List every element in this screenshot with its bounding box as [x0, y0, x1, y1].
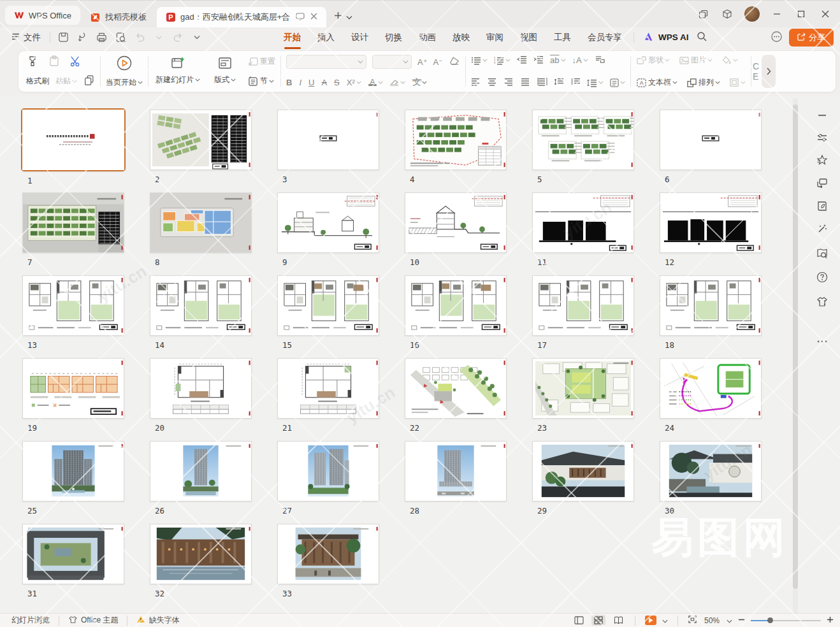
slide-26-preview[interactable] [150, 441, 252, 501]
underline-icon[interactable]: U [308, 78, 314, 87]
theme-clothes-icon[interactable] [815, 294, 829, 308]
template-book-icon[interactable] [815, 199, 829, 213]
play-options-chevron-icon[interactable] [662, 616, 668, 625]
play-from-current-icon[interactable] [116, 55, 133, 73]
slide-25-preview[interactable] [22, 441, 124, 501]
decrease-indent-icon[interactable] [517, 55, 527, 66]
tab-list-chevron-icon[interactable] [346, 11, 352, 22]
play-from-current-label[interactable]: 当页开始 [106, 77, 143, 88]
superscript-icon[interactable]: X² [347, 78, 361, 87]
beautify-wand-icon[interactable] [815, 222, 829, 236]
paragraph-settings-icon[interactable] [610, 78, 625, 87]
copy-icon[interactable] [83, 75, 95, 88]
slide-thumbnail-7[interactable]: 7 [22, 192, 126, 267]
increase-indent-icon[interactable] [533, 55, 544, 66]
slide-thumbnail-13[interactable]: 13 [22, 275, 126, 350]
slide-thumbnail-3[interactable]: 3 [277, 110, 380, 184]
slide-thumbnail-10[interactable]: 10 [405, 192, 508, 267]
slide-32-preview[interactable] [150, 524, 252, 584]
slide-14-preview[interactable] [150, 275, 252, 336]
slide-6-preview[interactable] [660, 110, 762, 170]
find-icon[interactable] [114, 31, 127, 44]
strikethrough-icon[interactable]: S [334, 78, 340, 87]
slide-1-preview[interactable] [21, 108, 126, 171]
ribbon-tab-2[interactable]: 设计 [344, 29, 376, 47]
slide-thumbnail-22[interactable]: 22 [405, 358, 508, 433]
slide-thumbnail-30[interactable]: 30 [660, 441, 763, 515]
ribbon-tab-3[interactable]: 切换 [377, 29, 410, 47]
reading-view-button[interactable] [611, 615, 625, 626]
arrange-button[interactable]: 排列 [686, 77, 720, 88]
layout-button[interactable]: 版式 [212, 55, 238, 88]
slide-13-preview[interactable] [22, 275, 124, 336]
theme-indicator[interactable]: Office 主题 [63, 615, 123, 626]
section-button[interactable]: 节 [248, 76, 275, 87]
share-button[interactable]: 分享 [789, 29, 834, 47]
slide-15-preview[interactable] [277, 275, 379, 336]
align-left-icon[interactable] [471, 77, 481, 88]
slide-sorter-view-button[interactable] [591, 615, 605, 626]
slide-thumbnail-29[interactable]: 29 [532, 441, 635, 515]
slide-thumbnail-15[interactable]: 15 [277, 275, 380, 350]
line-spacing-down-icon[interactable] [570, 77, 581, 88]
new-slide-button[interactable]: 新建幻灯片 [154, 55, 202, 88]
slide-20-preview[interactable] [150, 358, 252, 419]
slide-thumbnail-11[interactable]: 11 [532, 192, 635, 267]
ribbon-tab-9[interactable]: 会员专享 [580, 29, 630, 47]
slide-thumbnail-12[interactable]: 12 [660, 192, 763, 267]
ribbon-expand-button[interactable] [762, 55, 776, 88]
paste-label[interactable]: 粘贴 [55, 76, 77, 87]
zoom-slider-knob[interactable] [767, 617, 773, 623]
file-menu[interactable]: 文件 [6, 32, 46, 43]
pinyin-guide-icon[interactable]: wén文 [412, 76, 428, 88]
slide-thumbnail-20[interactable]: 20 [150, 358, 253, 433]
more-dots-icon[interactable] [815, 335, 829, 349]
tab-wps-office[interactable]: WPS Office [5, 6, 80, 25]
char-spacing-icon[interactable]: ab [550, 55, 565, 65]
ribbon-tab-4[interactable]: 动画 [411, 29, 444, 47]
tab-document[interactable]: P gad：西安融创航天城高层+合 [157, 7, 326, 27]
zoom-out-button[interactable] [738, 616, 745, 625]
fit-window-icon[interactable] [688, 615, 697, 626]
slide-12-preview[interactable] [660, 192, 762, 253]
slide-thumbnail-27[interactable]: 27 [277, 441, 380, 515]
zoom-percent[interactable]: 50% [703, 616, 721, 625]
slide-thumbnail-33[interactable]: 33 [277, 524, 380, 598]
slide-31-preview[interactable] [22, 524, 124, 584]
slide-4-preview[interactable] [405, 110, 507, 170]
highlight-color-icon[interactable] [390, 79, 405, 86]
slide-thumbnail-17[interactable]: 17 [532, 275, 635, 350]
picture-button[interactable]: 图片 [679, 55, 713, 66]
slide-thumbnail-24[interactable]: 24 [660, 358, 763, 433]
slide-convert-icon[interactable] [815, 176, 829, 190]
windows-stack-icon[interactable] [692, 4, 714, 24]
quick-access-chevron-icon[interactable] [191, 31, 203, 44]
text-direction-icon[interactable]: ↓A [572, 55, 588, 65]
bold-icon[interactable]: B [286, 78, 292, 87]
slide-24-preview[interactable] [660, 358, 762, 419]
slide-9-preview[interactable] [277, 192, 379, 253]
slide-2-preview[interactable] [150, 110, 252, 170]
slide-thumbnail-16[interactable]: 16 [405, 275, 508, 350]
slide-16-preview[interactable] [405, 275, 507, 336]
normal-view-button[interactable] [572, 615, 586, 626]
undo-icon[interactable] [133, 31, 146, 44]
slide-thumbnail-19[interactable]: 19 [22, 358, 126, 433]
asset-search-icon[interactable] [815, 246, 829, 260]
user-avatar[interactable] [744, 6, 760, 22]
slide-thumbnail-1[interactable]: 1 [22, 110, 126, 185]
slide-thumbnail-28[interactable]: 28 [405, 441, 508, 515]
wps-ai-button[interactable]: WPS AI [644, 32, 689, 43]
close-tab-icon[interactable] [310, 13, 317, 22]
bullet-list-icon[interactable] [471, 56, 488, 65]
undo-chevron-icon[interactable] [152, 31, 165, 44]
clear-format-icon[interactable] [449, 56, 460, 68]
print-icon[interactable] [95, 31, 108, 44]
slide-5-preview[interactable] [532, 110, 634, 170]
format-painter-label[interactable]: 格式刷 [26, 76, 49, 87]
slide-23-preview[interactable] [532, 358, 634, 419]
slide-21-preview[interactable] [277, 358, 379, 419]
numbered-list-icon[interactable]: 123 [494, 56, 511, 65]
line-spacing-icon[interactable] [587, 78, 604, 87]
minimize-button[interactable] [766, 4, 788, 24]
